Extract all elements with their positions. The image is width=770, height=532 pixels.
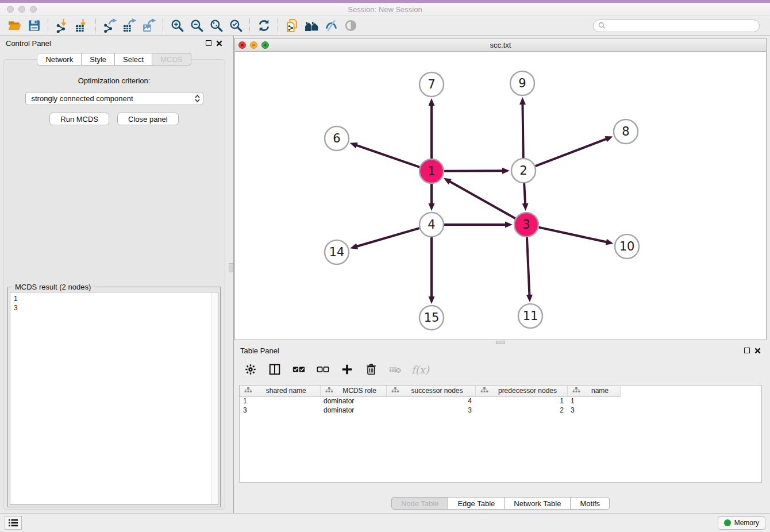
column-header-shared-name[interactable]: shared name xyxy=(240,385,320,396)
edge-3-10[interactable] xyxy=(538,228,607,242)
node-label-2: 2 xyxy=(519,164,527,178)
memory-button[interactable]: Memory xyxy=(718,516,765,530)
edge-1-2[interactable] xyxy=(444,171,503,171)
network-window-titlebar[interactable]: scc.txt xyxy=(235,38,766,52)
edge-3-1[interactable] xyxy=(449,181,515,218)
cell-shared-name[interactable]: 3 xyxy=(240,406,320,415)
float-panel-icon[interactable] xyxy=(744,348,750,353)
float-panel-icon[interactable] xyxy=(206,40,211,46)
optimization-criterion-select[interactable]: strongly connected component xyxy=(25,92,203,105)
task-history-button[interactable] xyxy=(5,516,22,530)
node-label-8: 8 xyxy=(622,125,629,138)
table-row[interactable]: 3dominator323 xyxy=(240,406,620,415)
delete-table-icon xyxy=(387,361,403,377)
cell-predecessor-nodes[interactable]: 2 xyxy=(475,406,567,415)
node-table[interactable]: shared nameMCDS rolesuccessor nodesprede… xyxy=(239,385,762,483)
cell-predecessor-nodes[interactable]: 1 xyxy=(475,396,567,406)
node-label-4: 4 xyxy=(428,218,435,232)
result-scrollbar[interactable] xyxy=(211,292,218,504)
export-table-icon[interactable] xyxy=(120,17,139,34)
table-panel: Table Panel f(x) sh xyxy=(234,344,767,513)
mcds-result-box: MCDS result (2 nodes) 1 3 xyxy=(7,287,221,507)
network-view-window: scc.txt 7968124314101511 xyxy=(234,38,767,340)
control-panel: Control Panel Network Style Select MCDS … xyxy=(0,36,228,513)
refresh-icon[interactable] xyxy=(254,17,274,34)
settings-icon[interactable] xyxy=(242,361,259,377)
edge-arrowhead xyxy=(350,142,358,148)
toolbar-separator xyxy=(163,18,163,33)
control-panel-title: Control Panel xyxy=(6,39,51,48)
search-box[interactable] xyxy=(593,20,760,32)
tab-edge-table[interactable]: Edge Table xyxy=(448,497,505,510)
tab-motifs[interactable]: Motifs xyxy=(571,497,610,510)
table-tabs: Node Table Edge Table Network Table Moti… xyxy=(234,489,767,513)
splitter-handle[interactable] xyxy=(496,341,505,344)
graphics-details-icon[interactable] xyxy=(321,17,341,34)
edge-4-14[interactable] xyxy=(356,228,419,246)
edge-arrowhead xyxy=(429,203,435,211)
tab-network[interactable]: Network xyxy=(37,53,82,65)
toolbar-separator xyxy=(249,18,250,33)
network-graph[interactable]: 7968124314101511 xyxy=(235,52,766,340)
zoom-selected-icon[interactable] xyxy=(226,17,245,34)
save-session-icon[interactable] xyxy=(24,17,44,34)
tab-node-table[interactable]: Node Table xyxy=(391,497,449,510)
control-panel-tabs: Network Style Select MCDS xyxy=(0,53,228,65)
close-panel-button[interactable]: Close panel xyxy=(117,113,179,125)
cell-MCDS-role[interactable]: dominator xyxy=(320,406,386,415)
column-header-name[interactable]: name xyxy=(567,385,620,396)
horizontal-splitter[interactable] xyxy=(234,340,767,344)
edge-2-3[interactable] xyxy=(524,183,525,205)
toolbar-separator xyxy=(278,18,278,33)
mcds-panel: Optimization criterion: strongly connect… xyxy=(3,59,225,510)
cell-shared-name[interactable]: 1 xyxy=(240,396,320,406)
run-mcds-button[interactable]: Run MCDS xyxy=(49,113,109,125)
export-network-icon[interactable] xyxy=(100,17,120,34)
node-label-10: 10 xyxy=(619,240,635,253)
deselect-all-checkboxes-icon[interactable] xyxy=(315,361,331,377)
optimization-criterion-label: Optimization criterion: xyxy=(3,76,225,85)
tab-style[interactable]: Style xyxy=(82,53,115,65)
import-network-icon[interactable] xyxy=(52,17,72,34)
search-input[interactable] xyxy=(609,22,754,30)
close-panel-icon[interactable] xyxy=(216,40,222,47)
zoom-fit-content-icon[interactable] xyxy=(206,17,226,34)
edge-2-9[interactable] xyxy=(522,103,523,158)
node-label-3: 3 xyxy=(522,218,530,232)
network-canvas[interactable]: 7968124314101511 xyxy=(235,52,766,340)
node-label-1: 1 xyxy=(428,164,435,178)
edge-2-8[interactable] xyxy=(536,138,607,166)
mcds-result-text[interactable]: 1 3 xyxy=(10,292,211,504)
select-all-checkboxes-icon[interactable] xyxy=(291,361,307,377)
tab-mcds[interactable]: MCDS xyxy=(152,53,191,65)
edge-1-6[interactable] xyxy=(356,145,419,167)
delete-icon[interactable] xyxy=(363,361,379,377)
home-icon[interactable] xyxy=(302,17,321,34)
zoom-out-icon[interactable] xyxy=(187,17,206,34)
open-folder-icon[interactable] xyxy=(5,17,24,34)
edge-3-11[interactable] xyxy=(527,237,529,296)
cell-successor-nodes[interactable]: 4 xyxy=(386,396,475,406)
zoom-in-icon[interactable] xyxy=(167,17,187,34)
close-panel-icon[interactable] xyxy=(754,348,761,354)
cell-name[interactable]: 3 xyxy=(567,406,620,415)
tab-select[interactable]: Select xyxy=(115,53,152,65)
cell-MCDS-role[interactable]: dominator xyxy=(320,396,386,406)
table-row[interactable]: 1dominator411 xyxy=(240,396,620,406)
vertical-splitter[interactable] xyxy=(228,36,234,513)
tab-network-table[interactable]: Network Table xyxy=(505,497,571,510)
split-columns-icon[interactable] xyxy=(267,361,283,377)
splitter-handle[interactable] xyxy=(229,263,233,272)
cell-successor-nodes[interactable]: 3 xyxy=(386,406,475,415)
column-header-MCDS-role[interactable]: MCDS role xyxy=(320,385,386,396)
duplicate-network-icon[interactable] xyxy=(282,17,302,34)
add-row-icon[interactable] xyxy=(339,361,355,377)
network-window-title: scc.txt xyxy=(235,41,766,49)
birds-eye-view-icon[interactable] xyxy=(341,17,360,34)
export-image-icon[interactable] xyxy=(139,17,159,34)
hierarchy-icon xyxy=(570,387,583,395)
cell-name[interactable]: 1 xyxy=(567,396,620,406)
import-table-icon[interactable] xyxy=(72,17,91,34)
column-header-successor-nodes[interactable]: successor nodes xyxy=(386,385,475,396)
column-header-predecessor-nodes[interactable]: predecessor nodes xyxy=(475,385,567,396)
